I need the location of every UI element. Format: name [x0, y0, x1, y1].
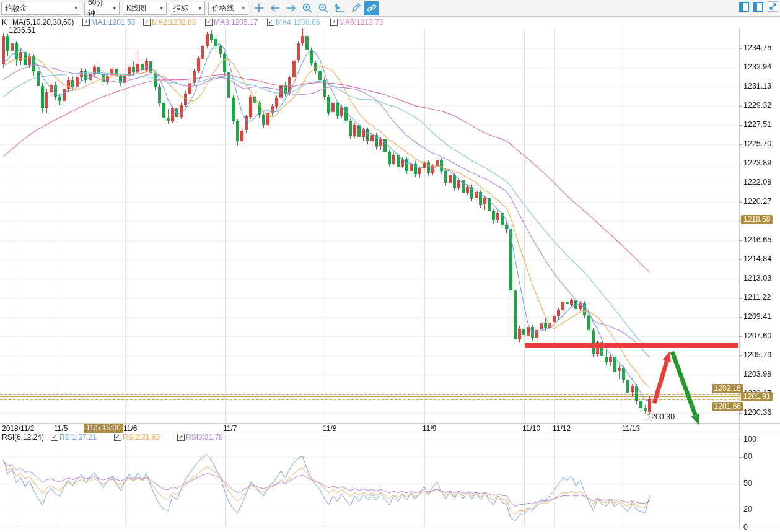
window-controls — [739, 1, 778, 12]
checkbox-checked-icon[interactable]: ✓ — [82, 19, 90, 26]
ma-legend-item-label-3: MA3:1205.17 — [214, 18, 258, 27]
price-axis-label: 1232.94 — [743, 63, 771, 71]
checkbox-checked-icon[interactable]: ✓ — [114, 434, 121, 441]
symbol-select-value: 伦敦金 — [5, 3, 27, 14]
rsi-axis-label: 20 — [743, 505, 752, 513]
ma-legend-item-label-5: MA5:1213.73 — [339, 18, 383, 27]
checkbox-checked-icon[interactable]: ✓ — [177, 434, 185, 441]
series-type-label: K — [2, 18, 7, 27]
toolbar: 伦敦金 ▾ 60分钟 ▾ K线图 ▾ 指标 ▾ 价格线 ▾ — [0, 0, 780, 17]
checkbox-checked-icon[interactable]: ✓ — [330, 19, 338, 26]
last-price-badge: 1201.91 — [741, 392, 773, 401]
ma-legend-item-4[interactable]: ✓MA4:1206.66 — [267, 18, 320, 27]
rsi-indicator-label: RSI(6,12,24) — [2, 433, 44, 442]
time-axis-label: 11/6 — [123, 424, 137, 433]
price-axis-label: 1213.03 — [743, 274, 771, 282]
crosshair-price-badge: 1218.58 — [741, 215, 773, 224]
price-axis-label: 1203.98 — [743, 370, 771, 378]
price-line-badge: 1202.16 — [712, 384, 743, 393]
panel-layout-2-icon[interactable] — [753, 2, 763, 12]
ma-legend-item-5[interactable]: ✓MA5:1213.73 — [330, 18, 383, 27]
interval-select[interactable]: 60分钟 ▾ — [84, 2, 120, 15]
price-chart-canvas[interactable] — [0, 0, 780, 532]
ma-legend-item-1[interactable]: ✓MA1:1201.53 — [82, 18, 135, 27]
ma-indicator-value: 1236.51 — [9, 26, 35, 35]
crosshair-icon[interactable] — [252, 1, 266, 15]
zoom-out-icon[interactable] — [316, 1, 330, 15]
price-axis-label: 1220.27 — [743, 197, 771, 206]
rsi-legend-item-label-2: RSI2:31.63 — [123, 433, 160, 442]
price-axis-label: 1229.32 — [743, 101, 771, 110]
pan-left-icon[interactable] — [268, 1, 282, 15]
chevron-down-icon: ▾ — [74, 5, 77, 11]
price-axis-label: 1200.36 — [743, 408, 771, 417]
crosshair-time-badge: 11/5 15:00 — [84, 424, 123, 433]
price-axis-label: 1223.89 — [743, 159, 771, 167]
price-axis-label: 1214.84 — [743, 255, 771, 263]
gold-trading-chart-app: 伦敦金 ▾ 60分钟 ▾ K线图 ▾ 指标 ▾ 价格线 ▾ — [0, 0, 780, 532]
ma-legend-item-label-4: MA4:1206.66 — [276, 18, 320, 27]
time-axis-label: 11/8 — [323, 424, 336, 433]
rsi-legend-item-2[interactable]: ✓RSI2:31.63 — [114, 433, 160, 442]
price-axis-label: 1231.13 — [743, 82, 771, 90]
time-axis-label: 2018/11/2 — [2, 424, 35, 433]
price-axis-label: 1209.41 — [743, 312, 771, 321]
chevron-down-icon: ▾ — [160, 5, 163, 11]
time-axis-label: 11/13 — [622, 424, 640, 433]
indicator-select[interactable]: 指标 ▾ — [170, 2, 205, 15]
chevron-down-icon: ▾ — [198, 5, 201, 11]
price-line-select[interactable]: 价格线 ▾ — [208, 2, 248, 15]
rsi-axis-label: 100 — [743, 435, 756, 443]
link-icon[interactable] — [364, 1, 379, 15]
checkbox-checked-icon[interactable]: ✓ — [51, 434, 58, 441]
price-axis-label: 1207.60 — [743, 331, 771, 340]
price-axis-label: 1222.08 — [743, 178, 771, 186]
pan-right-icon[interactable] — [284, 1, 298, 15]
rsi-axis-label: 0 — [743, 523, 748, 531]
symbol-select[interactable]: 伦敦金 ▾ — [1, 2, 81, 15]
checkbox-checked-icon[interactable]: ✓ — [267, 19, 274, 26]
time-axis-label: 11/12 — [553, 424, 571, 433]
price-axis-label: 1205.79 — [743, 351, 771, 359]
indicator-select-value: 指标 — [173, 3, 188, 14]
rsi-legend-item-label-3: RSI3:31.78 — [186, 433, 223, 442]
price-axis-label: 1216.65 — [743, 235, 771, 244]
rsi-legend-item-1[interactable]: ✓RSI1:37.21 — [51, 433, 97, 442]
chart-type-select-value: K线图 — [126, 3, 146, 14]
low-price-label: 1200.30 — [647, 412, 675, 421]
panel-layout-1-icon[interactable] — [739, 2, 749, 12]
zoom-in-icon[interactable] — [300, 1, 314, 15]
fullscreen-icon[interactable] — [768, 1, 778, 12]
price-axis-label: 1211.22 — [743, 293, 771, 302]
time-axis-label: 11/5 — [54, 424, 68, 433]
chart-type-select[interactable]: K线图 ▾ — [123, 2, 167, 15]
ma-indicator-label: MA(5,10,20,30,60) — [12, 18, 74, 27]
time-axis-label: 11/7 — [223, 424, 237, 433]
ma-legend-item-3[interactable]: ✓MA3:1205.17 — [205, 18, 258, 27]
time-axis-label: 11/10 — [522, 424, 540, 433]
ma-legend-item-label-1: MA1:1201.53 — [91, 18, 135, 27]
rsi-legend-item-3[interactable]: ✓RSI3:31.78 — [177, 433, 223, 442]
rsi-legend-item-label-1: RSI1:37.21 — [59, 433, 97, 442]
rsi-axis-label: 50 — [743, 479, 752, 487]
checkbox-checked-icon[interactable]: ✓ — [205, 19, 213, 26]
interval-select-value: 60分钟 — [88, 0, 110, 19]
ma-legend-item-2[interactable]: ✓MA2:1202.83 — [143, 18, 196, 27]
time-axis-label: 11/9 — [423, 424, 436, 433]
price-axis-label: 1227.51 — [743, 120, 771, 129]
price-line-select-value: 价格线 — [212, 3, 234, 14]
checkbox-checked-icon[interactable]: ✓ — [143, 19, 151, 26]
rsi-axis-label: 80 — [743, 452, 752, 461]
draw-pencil-icon[interactable] — [348, 1, 362, 15]
ma-legend-item-label-2: MA2:1202.83 — [152, 18, 196, 27]
chevron-down-icon: ▾ — [242, 5, 245, 11]
chevron-down-icon: ▾ — [113, 5, 116, 11]
price-axis-label: 1234.75 — [743, 43, 771, 52]
axis-scale-icon[interactable] — [332, 1, 346, 15]
price-line-badge: 1201.66 — [712, 402, 743, 411]
price-axis-label: 1225.70 — [743, 139, 771, 148]
